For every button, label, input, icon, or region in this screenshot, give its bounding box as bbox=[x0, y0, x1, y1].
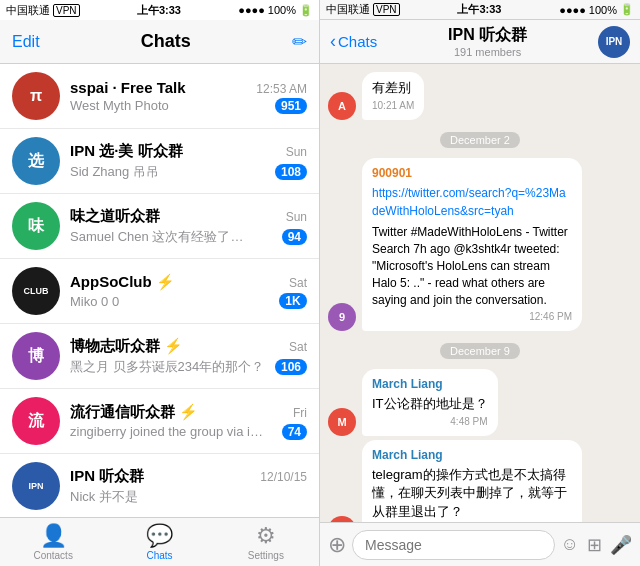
carrier-right: 中国联通 bbox=[326, 2, 370, 17]
msg-avatar: 9 bbox=[328, 303, 356, 331]
tab-label: Chats bbox=[146, 550, 172, 561]
emoji-icon[interactable]: ☺ bbox=[561, 534, 579, 556]
time-left: 上午3:33 bbox=[137, 3, 181, 18]
tab-label: Contacts bbox=[33, 550, 72, 561]
tab-contacts[interactable]: 👤 Contacts bbox=[0, 518, 106, 566]
right-nav-bar: ‹ Chats IPN 听众群 191 members IPN bbox=[320, 20, 640, 64]
message-row: A 有差别10:21 AM bbox=[328, 72, 632, 120]
msg-bubble: 900901https://twitter.com/search?q=%23Ma… bbox=[362, 158, 582, 331]
chat-time: Sat bbox=[289, 276, 307, 290]
chat-content: 味之道听众群 Sun Samuel Chen 这次有经验了… 94 bbox=[70, 207, 307, 246]
chat-item[interactable]: 味 味之道听众群 Sun Samuel Chen 这次有经验了… 94 bbox=[0, 194, 319, 259]
edit-button[interactable]: Edit bbox=[12, 33, 40, 51]
unread-badge: 74 bbox=[282, 424, 307, 440]
chat-time: Sat bbox=[289, 340, 307, 354]
member-count: 191 members bbox=[454, 46, 521, 58]
msg-bubble: March Liangtelegram的操作方式也是不太搞得懂，在聊天列表中删掉… bbox=[362, 440, 582, 522]
chat-content: 流行通信听众群 ⚡ Fri zingiberry joined the grou… bbox=[70, 403, 307, 440]
unread-badge: 951 bbox=[275, 98, 307, 114]
msg-time: 10:21 AM bbox=[372, 99, 414, 113]
chat-time: 12/10/15 bbox=[260, 470, 307, 484]
msg-sender: March Liang bbox=[372, 376, 488, 393]
chat-item[interactable]: 博 博物志听众群 ⚡ Sat 黑之月 贝多芬诞辰234年的那个？ 106 bbox=[0, 324, 319, 389]
chat-content: sspai · Free Talk 12:53 AM West Myth Pho… bbox=[70, 79, 307, 114]
msg-link[interactable]: https://twitter.com/search?q=%23MadeWith… bbox=[372, 186, 566, 218]
chat-name: 味之道听众群 bbox=[70, 207, 160, 226]
battery-icon-left: 🔋 bbox=[299, 4, 313, 17]
avatar: π bbox=[12, 72, 60, 120]
date-label: December 2 bbox=[440, 132, 520, 148]
chat-preview: Miko 0 0 bbox=[70, 294, 119, 309]
chat-name: 博物志听众群 ⚡ bbox=[70, 337, 183, 356]
tab-settings[interactable]: ⚙ Settings bbox=[213, 518, 319, 566]
sticker-icon[interactable]: ⊞ bbox=[587, 534, 602, 556]
left-status-bar: 中国联通 VPN 上午3:33 ●●●● 100% 🔋 bbox=[0, 0, 319, 20]
chat-item[interactable]: 流 流行通信听众群 ⚡ Fri zingiberry joined the gr… bbox=[0, 389, 319, 454]
chat-preview: 黑之月 贝多芬诞辰234年的那个？ bbox=[70, 358, 264, 376]
tab-chats[interactable]: 💬 Chats bbox=[106, 518, 212, 566]
chat-time: Sun bbox=[286, 210, 307, 224]
left-panel: 中国联通 VPN 上午3:33 ●●●● 100% 🔋 Edit Chats ✏… bbox=[0, 0, 320, 566]
message-input[interactable] bbox=[352, 530, 555, 560]
chat-name: IPN 听众群 bbox=[70, 467, 144, 486]
chat-item[interactable]: CLUB AppSoClub ⚡ Sat Miko 0 0 1K bbox=[0, 259, 319, 324]
back-button[interactable]: ‹ Chats bbox=[330, 31, 377, 52]
vpn-right: VPN bbox=[373, 3, 400, 16]
mic-icon[interactable]: 🎤 bbox=[610, 534, 632, 556]
chat-time: 12:53 AM bbox=[256, 82, 307, 96]
chat-item[interactable]: π sspai · Free Talk 12:53 AM West Myth P… bbox=[0, 64, 319, 129]
chat-preview: Samuel Chen 这次有经验了… bbox=[70, 228, 243, 246]
battery-right: 100% bbox=[589, 4, 617, 16]
message-row: M March Liangtelegram的操作方式也是不太搞得懂，在聊天列表中… bbox=[328, 440, 632, 522]
input-icons: ☺ ⊞ 🎤 bbox=[561, 534, 632, 556]
chat-time: Fri bbox=[293, 406, 307, 420]
vpn-left: VPN bbox=[53, 4, 80, 17]
chat-name: AppSoClub ⚡ bbox=[70, 273, 175, 291]
message-row: M March LiangIT公论群的地址是？4:48 PM bbox=[328, 369, 632, 436]
chat-name: 流行通信听众群 ⚡ bbox=[70, 403, 198, 422]
attach-icon[interactable]: ⊕ bbox=[328, 532, 346, 558]
date-divider: December 2 bbox=[328, 130, 632, 148]
chat-list: π sspai · Free Talk 12:53 AM West Myth P… bbox=[0, 64, 319, 517]
chat-time: Sun bbox=[286, 145, 307, 159]
date-label: December 9 bbox=[440, 343, 520, 359]
avatar: IPN bbox=[12, 462, 60, 510]
msg-avatar: A bbox=[328, 92, 356, 120]
msg-time: 12:46 PM bbox=[372, 310, 572, 324]
msg-sender: March Liang bbox=[372, 447, 572, 464]
msg-time: 4:48 PM bbox=[372, 415, 488, 429]
chat-name: sspai · Free Talk bbox=[70, 79, 186, 96]
group-avatar-text: IPN bbox=[606, 36, 623, 47]
msg-text: Twitter #MadeWithHoloLens - Twitter Sear… bbox=[372, 224, 572, 308]
tab-icon: ⚙ bbox=[256, 523, 276, 549]
chat-item[interactable]: 选 IPN 选·美 听众群 Sun Sid Zhang 吊吊 108 bbox=[0, 129, 319, 194]
compose-button[interactable]: ✏ bbox=[292, 31, 307, 53]
carrier-left: 中国联通 bbox=[6, 3, 50, 18]
avatar: 流 bbox=[12, 397, 60, 445]
battery-left: 100% bbox=[268, 4, 296, 16]
msg-sender: 900901 bbox=[372, 165, 572, 182]
group-title: IPN 听众群 bbox=[448, 25, 527, 46]
chat-preview: zingiberry joined the group via invite l… bbox=[70, 424, 270, 439]
input-bar: ⊕ ☺ ⊞ 🎤 bbox=[320, 522, 640, 566]
avatar: 味 bbox=[12, 202, 60, 250]
unread-badge: 108 bbox=[275, 164, 307, 180]
chat-name: IPN 选·美 听众群 bbox=[70, 142, 183, 161]
tab-icon: 💬 bbox=[146, 523, 173, 549]
messages-list: A 有差别10:21 AM December 2 9 900901https:/… bbox=[320, 64, 640, 522]
back-label: Chats bbox=[338, 33, 377, 50]
signal-left: ●●●● bbox=[238, 4, 265, 16]
tab-icon: 👤 bbox=[40, 523, 67, 549]
msg-text: 有差别 bbox=[372, 79, 414, 97]
msg-bubble: 有差别10:21 AM bbox=[362, 72, 424, 120]
chat-item[interactable]: IPN IPN 听众群 12/10/15 Nick 并不是 bbox=[0, 454, 319, 517]
chat-content: 博物志听众群 ⚡ Sat 黑之月 贝多芬诞辰234年的那个？ 106 bbox=[70, 337, 307, 376]
msg-avatar: M bbox=[328, 408, 356, 436]
date-divider: December 9 bbox=[328, 341, 632, 359]
tab-bar: 👤 Contacts 💬 Chats ⚙ Settings bbox=[0, 517, 319, 566]
chat-content: IPN 听众群 12/10/15 Nick 并不是 bbox=[70, 467, 307, 506]
unread-badge: 106 bbox=[275, 359, 307, 375]
right-panel: 中国联通 VPN 上午3:33 ●●●● 100% 🔋 ‹ Chats IPN … bbox=[320, 0, 640, 566]
message-row: 9 900901https://twitter.com/search?q=%23… bbox=[328, 158, 632, 331]
group-avatar[interactable]: IPN bbox=[598, 26, 630, 58]
